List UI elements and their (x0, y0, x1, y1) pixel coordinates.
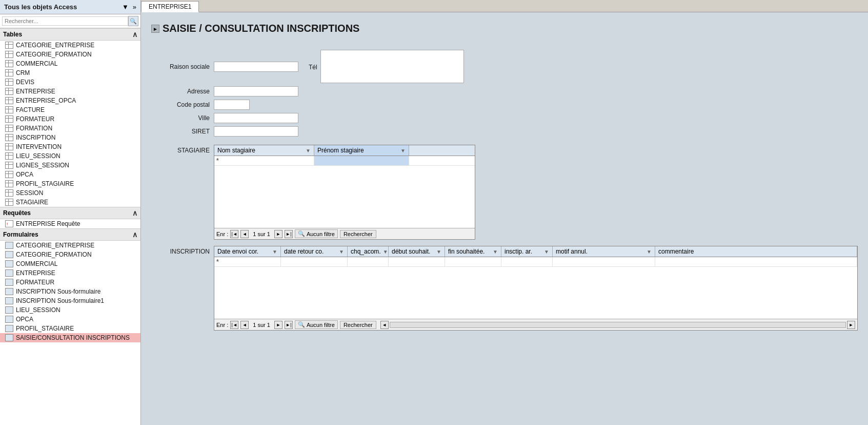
sidebar-item-entreprise-opca[interactable]: ENTREPRISE_OPCA (0, 96, 140, 105)
insc-insctip-cell[interactable] (501, 257, 553, 266)
nav-last-btn[interactable]: ►| (285, 230, 293, 238)
insc-retour-cell[interactable] (281, 257, 348, 266)
insc-fin-cell[interactable] (445, 257, 501, 266)
section-tables-label: Tables (3, 31, 22, 38)
sidebar-item-stagiaire[interactable]: STAGIAIRE (0, 198, 140, 207)
col-insctip-sort[interactable]: ▼ (544, 249, 549, 255)
sidebar-item-form-opca[interactable]: OPCA (0, 315, 140, 324)
requetes-list: ! ENTREPRISE Requête (0, 219, 140, 228)
sidebar-item-lignes-session[interactable]: LIGNES_SESSION (0, 161, 140, 170)
inscription-section: INSCRIPTION Date envoi cor. ▼ date retou… (163, 246, 858, 331)
sidebar-item-profil-stagiaire[interactable]: PROFIL_STAGIAIRE (0, 179, 140, 188)
sidebar-item-commercial-table[interactable]: COMMERCIAL (0, 59, 140, 68)
sidebar-item-inscription[interactable]: INSCRIPTION (0, 133, 140, 142)
section-tables[interactable]: Tables ∧ (0, 28, 140, 41)
sidebar-item-session[interactable]: SESSION (0, 188, 140, 198)
search-btn-inscription[interactable]: Rechercher (340, 321, 376, 329)
insc-filter-btn[interactable]: 🔍 Aucun filtre (295, 320, 338, 329)
table-icon (5, 143, 13, 150)
section-requetes[interactable]: Requêtes ∧ (0, 207, 140, 219)
col-prenom-header[interactable]: Prénom stagiaire ▼ (314, 145, 409, 156)
section-formulaires[interactable]: Formulaires ∧ (0, 228, 140, 241)
sidebar-item-form-profil-stagiaire[interactable]: PROFIL_STAGIAIRE (0, 324, 140, 333)
insc-motif-cell[interactable] (553, 257, 655, 266)
raison-sociale-input[interactable] (214, 62, 298, 72)
insc-debut-cell[interactable] (389, 257, 445, 266)
sidebar-item-form-categorie-formation[interactable]: CATEGORIE_FORMATION (0, 250, 140, 259)
search-btn-stagiaire[interactable]: Rechercher (340, 230, 376, 238)
insc-nav-next-btn[interactable]: ► (274, 321, 282, 329)
col-insctip-header[interactable]: insctip. ar. ▼ (501, 246, 553, 257)
sidebar-item-formateur[interactable]: FORMATEUR (0, 114, 140, 124)
insc-nav-prev-btn[interactable]: ◄ (240, 321, 249, 329)
form-icon (5, 242, 13, 249)
scroll-track[interactable] (390, 322, 846, 328)
col-retour-sort[interactable]: ▼ (339, 249, 344, 255)
stagiaire-subform: Nom stagiaire ▼ Prénom stagiaire ▼ * (214, 145, 475, 240)
insc-nav-first-btn[interactable]: |◄ (230, 321, 238, 329)
section-formulaires-toggle[interactable]: ∧ (132, 230, 137, 239)
sidebar-item-categorie-formation[interactable]: CATEGORIE_FORMATION (0, 50, 140, 59)
insc-chq-cell[interactable] (348, 257, 389, 266)
tab-entreprise1[interactable]: ENTREPRISE1 (141, 1, 199, 12)
nav-prev-btn[interactable]: ◄ (240, 230, 249, 238)
form-icon (5, 288, 13, 295)
sidebar-item-form-inscription-sous[interactable]: INSCRIPTION Sous-formulaire (0, 287, 140, 296)
sidebar-item-form-commercial[interactable]: COMMERCIAL (0, 259, 140, 268)
insc-nav-last-btn[interactable]: ►| (285, 321, 293, 329)
siret-input[interactable] (214, 126, 298, 137)
sidebar-item-categorie-entreprise[interactable]: CATEGORIE_ENTREPRISE (0, 41, 140, 50)
col-debut-sort[interactable]: ▼ (436, 249, 441, 255)
nav-next-btn[interactable]: ► (274, 230, 282, 238)
scroll-right-btn[interactable]: ► (847, 321, 855, 329)
code-postal-input[interactable] (214, 100, 250, 110)
insc-comment-cell[interactable] (655, 257, 857, 266)
col-fin-header[interactable]: fin souhaitée. ▼ (445, 246, 501, 257)
section-tables-toggle[interactable]: ∧ (132, 30, 137, 38)
col-chq-header[interactable]: chq_acom. ▼ (348, 246, 389, 257)
col-comment-header[interactable]: commentaire (655, 246, 857, 257)
sidebar-item-entreprise-requete[interactable]: ! ENTREPRISE Requête (0, 219, 140, 228)
stagiaire-prenom-cell[interactable] (314, 156, 409, 165)
sidebar-item-formation[interactable]: FORMATION (0, 124, 140, 133)
sidebar-item-opca[interactable]: OPCA (0, 170, 140, 179)
sidebar-item-crm[interactable]: CRM (0, 68, 140, 78)
ville-input[interactable] (214, 113, 298, 123)
sidebar-item-form-lieu-session[interactable]: LIEU_SESSION (0, 305, 140, 315)
form-icon (5, 334, 13, 341)
tel-input[interactable] (320, 50, 464, 83)
nav-first-btn[interactable]: |◄ (230, 230, 238, 238)
filter-btn[interactable]: 🔍 Aucun filtre (295, 229, 338, 238)
sidebar-item-intervention[interactable]: INTERVENTION (0, 142, 140, 151)
sidebar-item-lieu-session[interactable]: LIEU_SESSION (0, 151, 140, 161)
col-nom-header[interactable]: Nom stagiaire ▼ (214, 145, 314, 156)
col-retour-header[interactable]: date retour co. ▼ (281, 246, 348, 257)
form-nav-arrow[interactable]: ► (151, 25, 159, 33)
sidebar-item-devis[interactable]: DEVIS (0, 78, 140, 87)
col-debut-header[interactable]: début souhait. ▼ (389, 246, 445, 257)
section-requetes-toggle[interactable]: ∧ (132, 209, 137, 217)
sidebar-item-facture[interactable]: FACTURE (0, 105, 140, 114)
col-fin-sort[interactable]: ▼ (493, 249, 498, 255)
expand-icon[interactable]: » (133, 3, 136, 11)
col-nom-sort[interactable]: ▼ (306, 148, 311, 153)
sidebar-item-form-categorie-entreprise[interactable]: CATEGORIE_ENTREPRISE (0, 241, 140, 250)
scroll-left-btn[interactable]: ◄ (380, 321, 389, 329)
sidebar-item-form-saisie-consultation[interactable]: SAISIE/CONSULTATION INSCRIPTIONS (0, 333, 140, 342)
sidebar-item-form-formateur[interactable]: FORMATEUR (0, 278, 140, 287)
adresse-input[interactable] (214, 86, 298, 96)
col-prenom-sort[interactable]: ▼ (400, 148, 406, 153)
col-motif-sort[interactable]: ▼ (647, 249, 652, 255)
collapse-icon[interactable]: ▼ (122, 3, 129, 11)
col-motif-header[interactable]: motif annul. ▼ (553, 246, 655, 257)
sidebar-item-form-entreprise[interactable]: ENTREPRISE (0, 268, 140, 278)
enr-label: Enr : (216, 231, 228, 237)
col-date-sort[interactable]: ▼ (272, 249, 277, 255)
col-date-header[interactable]: Date envoi cor. ▼ (214, 246, 281, 257)
table-icon (5, 88, 13, 95)
col-chq-sort[interactable]: ▼ (383, 249, 388, 255)
sidebar-item-form-inscription-sous1[interactable]: INSCRIPTION Sous-formulaire1 (0, 296, 140, 305)
search-button[interactable]: 🔍 (128, 16, 138, 26)
sidebar-item-entreprise[interactable]: ENTREPRISE (0, 87, 140, 96)
search-input[interactable] (2, 16, 128, 26)
